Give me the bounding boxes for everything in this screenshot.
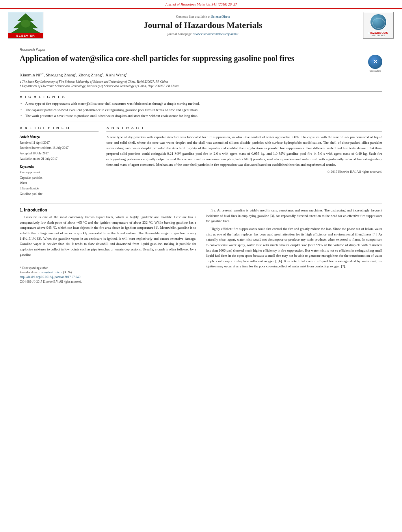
keyword-4: Silicon dioxide [20,186,99,191]
keyword-2: Capsular particles [20,175,99,181]
intro-text-left: Gasoline is one of the most commonly kno… [20,215,196,258]
intro-section-title: 1. Introduction [20,208,196,212]
divider-1 [20,91,382,92]
elsevier-text-label: ELSEVIER [8,33,43,38]
divider-2 [20,122,382,122]
author-super-c: b [102,72,104,75]
crossmark-x-icon: ✕ [373,59,378,65]
author-super-d: a [126,72,127,75]
badge-text-top: HAZARDOUS [368,32,388,34]
badge-globe-icon [370,14,386,30]
crossmark-label: CrossMark [368,70,382,72]
received-date: Received 11 April 2017 [20,140,99,146]
intro-col-left: 1. Introduction Gasoline is one of the m… [20,208,196,284]
email-suffix: (X. Ni). [63,271,73,274]
homepage-prefix: journal homepage: [168,32,194,36]
highlights-list: A new type of fire suppressants with wat… [20,101,382,119]
footnote-doi: http://dx.doi.org/10.1016/j.jhazmat.2017… [20,275,196,280]
journal-badge: HAZARDOUS MATERIALS [363,12,394,39]
keyword-3: Water [20,180,99,186]
article-info-heading: A R T I C L E I N F O [20,126,99,132]
svg-point-1 [21,20,30,28]
intro-para-right-2: Highly efficient fire suppressants could… [206,226,382,269]
keywords-list: Fire suppressant Capsular particles Wate… [20,170,99,196]
article-title-row: Application of water@silica core-shell p… [20,53,382,69]
keywords-label: Keywords: [20,165,99,169]
journal-title: Journal of Hazardous Materials [47,20,359,30]
journal-homepage: journal homepage: www.elsevier.com/locat… [47,32,359,36]
elsevier-tree-svg [10,13,41,33]
homepage-url[interactable]: www.elsevier.com/locate/jhazmat [193,32,238,36]
sciencedirect-link[interactable]: ScienceDirect [211,15,230,19]
intro-col-right: fire. At present, gasoline is widely use… [206,208,382,284]
affiliations: a The State Key Laboratory of Fire Scien… [20,80,382,88]
authors-line: Xiaomin Nia,*, Shaogang Zhanga, Zhong Zh… [20,72,382,77]
author-super-b: a [75,72,76,75]
highlight-item-1: A new type of fire suppressants with wat… [20,101,382,106]
footnote-issn: 0304-3894/© 2017 Elsevier B.V. All right… [20,280,196,284]
history-label: Article history: [20,135,99,139]
badge-box: HAZARDOUS MATERIALS [363,12,394,39]
accepted-date: Accepted 19 July 2017 [20,151,99,156]
footnote-email: E-mail address: nxmin@ustc.edu.cn (X. Ni… [20,270,196,274]
article-info-abstract: A R T I C L E I N F O Article history: R… [20,126,382,196]
badge-text-bot: MATERIALS [372,34,385,37]
journal-header: ELSEVIER Contents lists available at Sci… [0,8,402,42]
article-dates: Received 11 April 2017 Received in revis… [20,140,99,161]
intro-two-col: 1. Introduction Gasoline is one of the m… [20,208,382,284]
highlight-item-2: The capsular particles showed excellent … [20,108,382,113]
abstract-col: A B S T R A C T A new type of dry powder… [106,126,382,196]
article-title: Application of water@silica core-shell p… [20,53,364,63]
paper-type: Research Paper [20,48,382,52]
highlights-section: H I G H L I G H T S A new type of fire s… [20,95,382,119]
intro-text-right: fire. At present, gasoline is widely use… [206,208,382,269]
copyright-line: © 2017 Elsevier B.V. All rights reserved… [106,170,382,174]
email-label: E-mail address: [20,271,39,274]
footnote-corresponding: * Corresponding author. [20,266,196,270]
elsevier-logo: ELSEVIER [8,12,43,39]
intro-para-1: Gasoline is one of the most commonly kno… [20,215,196,258]
highlight-item-3: The work presented a novel route to prod… [20,113,382,119]
contents-prefix: Contents lists available at [176,15,211,19]
corresponding-label: * Corresponding author. [20,266,48,270]
keyword-5: Gasoline pool fire [20,191,99,197]
intro-para-right-1: fire. At present, gasoline is widely use… [206,208,382,224]
contents-line: Contents lists available at ScienceDirec… [47,15,359,19]
email-link[interactable]: nxmin@ustc.edu.cn [39,271,63,274]
journal-header-center: Contents lists available at ScienceDirec… [47,15,359,36]
page: Journal of Hazardous Materials 341 (2018… [0,0,402,532]
available-date: Available online 21 July 2017 [20,156,99,162]
introduction-section: 1. Introduction Gasoline is one of the m… [20,204,382,284]
top-journal-link: Journal of Hazardous Materials 341 (2018… [0,0,402,8]
footnote-area: * Corresponding author. E-mail address: … [20,264,196,284]
crossmark-circle: ✕ [368,55,382,69]
highlights-title: H I G H L I G H T S [20,95,382,99]
abstract-heading: A B S T R A C T [106,126,382,132]
revised-date: Received in revised form 18 July 2017 [20,145,99,151]
affil-a: a The State Key Laboratory of Fire Scien… [20,80,382,84]
doi-link[interactable]: http://dx.doi.org/10.1016/j.jhazmat.2017… [20,275,80,279]
crossmark-container: ✕ CrossMark [368,55,382,69]
elsevier-logo-image: ELSEVIER [8,12,43,39]
journal-citation: Journal of Hazardous Materials 341 (2018… [165,2,237,6]
abstract-text: A new type of dry powders with capsular … [106,135,382,168]
article-info-col: A R T I C L E I N F O Article history: R… [20,126,99,196]
main-content: Research Paper Application of water@sili… [0,48,402,292]
affil-b: b Department of Electronic Science and T… [20,84,382,88]
keyword-1: Fire suppressant [20,170,99,175]
author-super-a: a,* [40,72,43,75]
